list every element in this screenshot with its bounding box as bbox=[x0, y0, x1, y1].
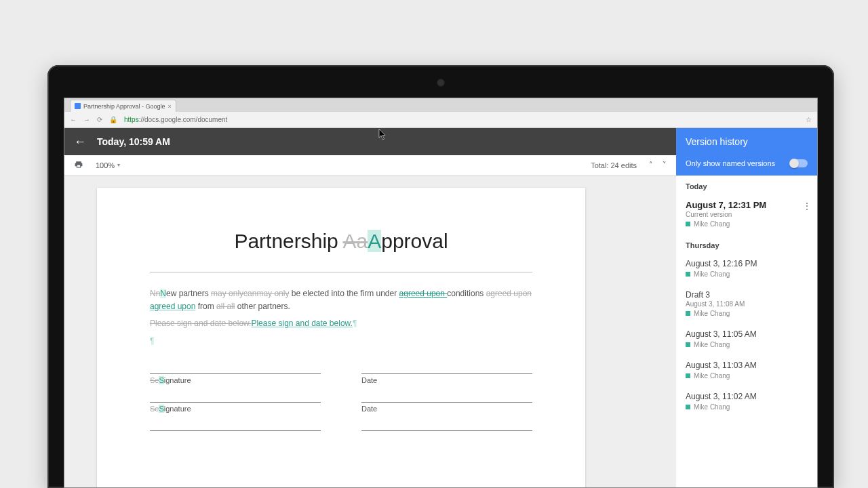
signature-row-2: SeSignature Date bbox=[150, 402, 532, 413]
zoom-dropdown[interactable]: 100% ▾ bbox=[96, 161, 120, 169]
version-time: August 3, 11:05 AM bbox=[686, 329, 808, 339]
named-versions-toggle-row: Only show named versions bbox=[676, 154, 817, 176]
app-region: ← Today, 10:59 AM 100% ▾ Total: 24 bbox=[64, 128, 817, 487]
toolbar: 100% ▾ Total: 24 edits ˄ ˅ bbox=[64, 155, 676, 176]
version-editor: Mike Chang bbox=[686, 341, 808, 348]
version-item[interactable]: August 3, 11:05 AM Mike Chang bbox=[676, 324, 817, 355]
docs-favicon bbox=[75, 103, 81, 109]
browser-tab[interactable]: Partnership Approval - Google × bbox=[70, 100, 176, 112]
version-editor: Mike Chang bbox=[686, 403, 808, 411]
version-history-sidebar: Version history Only show named versions… bbox=[676, 128, 817, 487]
zoom-value: 100% bbox=[96, 161, 115, 169]
version-item[interactable]: August 3, 11:03 AM Mike Chang bbox=[676, 355, 817, 386]
sidebar-title: Version history bbox=[676, 128, 817, 154]
named-versions-toggle[interactable] bbox=[790, 159, 808, 167]
pilcrow-icon: ¶ bbox=[353, 319, 357, 328]
caret-down-icon: ▾ bbox=[117, 162, 120, 168]
url-bar: ← → ⟳ 🔒 https://docs.google.com/document… bbox=[64, 112, 817, 128]
filter-label: Only show named versions bbox=[686, 159, 775, 167]
paragraph-1: NnNew partners may onlycanmay only be el… bbox=[150, 287, 532, 313]
signature-line bbox=[150, 430, 321, 431]
editor-color-icon bbox=[686, 405, 690, 409]
title-deleted: Aa bbox=[342, 230, 368, 252]
editor-color-icon bbox=[686, 311, 690, 316]
version-subtitle: Current version bbox=[686, 211, 808, 218]
version-editor: Mike Chang bbox=[686, 372, 808, 380]
paragraph-blank: ¶ bbox=[150, 335, 532, 348]
date-label: Date bbox=[361, 405, 532, 413]
forward-icon[interactable]: → bbox=[83, 116, 90, 123]
reload-icon[interactable]: ⟳ bbox=[97, 116, 102, 123]
version-title: Today, 10:59 AM bbox=[97, 136, 170, 147]
url-protocol: https bbox=[124, 116, 139, 123]
version-header: ← Today, 10:59 AM bbox=[64, 128, 676, 155]
next-edit-icon[interactable]: ˅ bbox=[663, 161, 667, 169]
signature-label: SeSignature bbox=[150, 405, 321, 413]
tab-strip: Partnership Approval - Google × bbox=[64, 98, 817, 112]
version-editor: Mike Chang bbox=[686, 220, 808, 228]
title-inserted: A bbox=[368, 230, 381, 252]
day-heading-thursday: Thursday bbox=[676, 235, 817, 253]
prev-edit-icon[interactable]: ˄ bbox=[649, 161, 653, 169]
signature-row-1: SeSignature Date bbox=[150, 373, 532, 384]
title-rule bbox=[150, 272, 532, 272]
paragraph-2: Please sign and date below.Please sign a… bbox=[150, 317, 532, 330]
signature-label: SeSignature bbox=[150, 376, 321, 384]
toggle-knob bbox=[789, 159, 799, 168]
tab-close-icon[interactable]: × bbox=[168, 103, 172, 110]
edits-count: Total: 24 edits bbox=[591, 161, 637, 169]
bookmark-star-icon[interactable]: ☆ bbox=[806, 116, 812, 123]
version-menu-icon[interactable]: ⋮ bbox=[803, 201, 810, 211]
pilcrow-icon: ¶ bbox=[150, 336, 154, 346]
version-time: August 3, 11:02 AM bbox=[686, 392, 808, 401]
day-heading-today: Today bbox=[676, 176, 817, 195]
version-editor: Mike Chang bbox=[686, 270, 808, 278]
document-page: Partnership AaApproval NnNew partners ma… bbox=[97, 188, 585, 487]
version-item[interactable]: August 7, 12:31 PM Current version Mike … bbox=[676, 195, 817, 235]
laptop-frame: Partnership Approval - Google × ← → ⟳ 🔒 … bbox=[47, 65, 834, 488]
sidebar-header: Version history Only show named versions bbox=[676, 128, 817, 176]
tab-title: Partnership Approval - Google bbox=[83, 103, 165, 110]
editor-color-icon bbox=[686, 373, 690, 378]
url-path: ://docs.google.com/document bbox=[139, 116, 228, 123]
version-time: August 7, 12:31 PM bbox=[686, 200, 808, 210]
date-line bbox=[361, 430, 532, 431]
version-name: Draft 3 bbox=[686, 290, 808, 300]
signature-row-3 bbox=[150, 430, 532, 433]
version-editor: Mike Chang bbox=[686, 310, 808, 317]
browser-window: Partnership Approval - Google × ← → ⟳ 🔒 … bbox=[64, 98, 818, 488]
main-panel: ← Today, 10:59 AM 100% ▾ Total: 24 bbox=[64, 128, 676, 487]
date-line bbox=[361, 402, 532, 403]
lock-icon: 🔒 bbox=[109, 116, 117, 123]
url-field[interactable]: https://docs.google.com/document bbox=[124, 116, 799, 123]
document-area[interactable]: Partnership AaApproval NnNew partners ma… bbox=[64, 176, 676, 487]
document-title: Partnership AaApproval bbox=[150, 230, 532, 253]
version-item[interactable]: August 3, 11:02 AM Mike Chang bbox=[676, 386, 817, 418]
print-icon[interactable] bbox=[74, 160, 83, 170]
editor-color-icon bbox=[686, 342, 690, 347]
signature-line bbox=[150, 402, 321, 403]
version-list[interactable]: Today August 7, 12:31 PM Current version… bbox=[676, 176, 817, 487]
version-item[interactable]: Draft 3 August 3, 11:08 AM Mike Chang bbox=[676, 285, 817, 324]
editor-color-icon bbox=[686, 222, 690, 226]
webcam bbox=[437, 79, 445, 87]
date-line bbox=[361, 373, 532, 374]
version-time: August 3, 12:16 PM bbox=[686, 259, 808, 268]
version-time: August 3, 11:03 AM bbox=[686, 361, 808, 370]
back-icon[interactable]: ← bbox=[70, 116, 77, 123]
version-item[interactable]: August 3, 12:16 PM Mike Chang bbox=[676, 253, 817, 285]
date-label: Date bbox=[361, 376, 532, 384]
version-subtitle: August 3, 11:08 AM bbox=[686, 300, 808, 308]
editor-color-icon bbox=[686, 272, 690, 277]
back-arrow-icon[interactable]: ← bbox=[74, 135, 86, 149]
signature-line bbox=[150, 373, 321, 374]
